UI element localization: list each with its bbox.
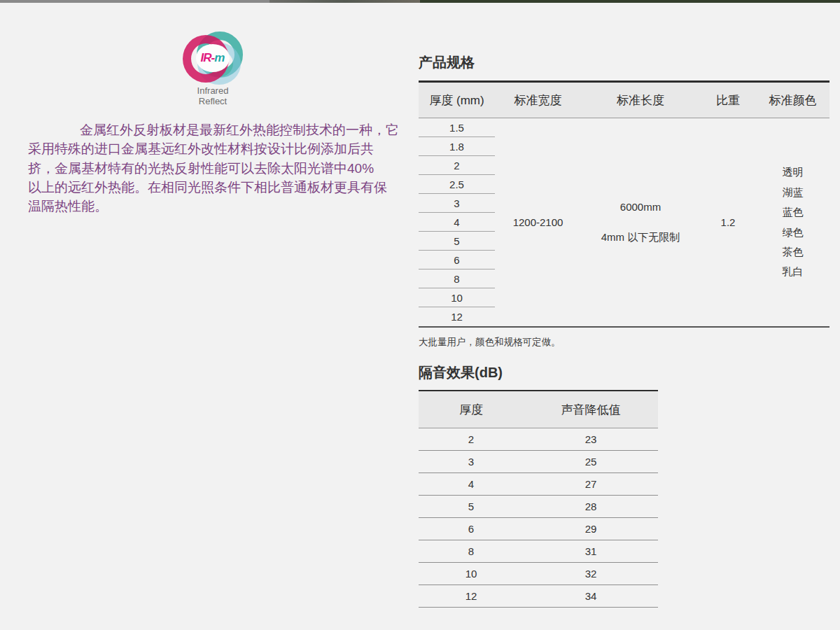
brand-logo: IR-m Infrared Reflect [180,31,246,106]
sound-table-row: 3 25 [419,451,658,473]
thickness-value: 6 [419,251,495,270]
sound-reduction: 23 [524,433,658,445]
top-strip-segment-right [420,0,840,3]
sound-reduction: 34 [524,590,658,602]
product-intro-paragraph: 金属红外反射板材是最新红外热能控制技术的一种，它 采用特殊的进口金属基远红外改性… [28,120,386,216]
specific-gravity-value: 1.2 [721,216,736,228]
thickness-value: 2 [419,156,495,175]
sound-table-row: 4 27 [419,473,658,496]
standard-width-cell: 1200-2100 [495,118,581,326]
sound-reduction: 27 [524,478,658,490]
sound-reduction: 32 [524,568,658,580]
sound-table-row: 5 28 [419,496,658,518]
standard-colors-cell: 透明 湖蓝 蓝色 绿色 茶色 乳白 [756,118,830,326]
sound-thickness: 5 [419,500,524,512]
sound-reduction: 28 [524,500,658,512]
spec-table-header: 厚度 (mm) 标准宽度 标准长度 比重 标准颜色 [419,80,830,118]
spec-col-length: 标准长度 [581,92,700,108]
intro-line: 采用特殊的进口金属基远红外改性材料按设计比例添加后共 [28,139,386,158]
sound-col-thickness: 厚度 [419,402,524,418]
sound-col-reduction: 声音降低值 [524,402,658,418]
intro-line: 挤，金属基材特有的光热反射性能可以去除太阳光谱中40% [28,159,386,178]
color-option: 绿色 [783,223,804,242]
spec-col-colors: 标准颜色 [756,92,830,108]
sound-table-row: 8 31 [419,540,658,563]
color-option: 茶色 [783,242,804,262]
thickness-value: 8 [419,270,495,288]
sound-table: 厚度 声音降低值 2 23 3 25 4 27 5 28 6 29 8 31 1… [419,390,658,608]
logo-subtitle: Infrared Reflect [180,86,246,106]
logo-text-ir: IR- [201,51,215,65]
sound-table-row: 12 34 [419,585,658,608]
standard-length-line1: 6000mm [620,201,661,213]
standard-width-value: 1200-2100 [513,216,564,228]
sound-thickness: 3 [419,456,524,468]
intro-line: 以上的远红外热能。在相同光照条件下相比普通板材更具有保 [28,178,386,197]
thickness-value: 1.8 [419,137,495,156]
spec-col-thickness: 厚度 (mm) [419,92,495,108]
sound-reduction: 29 [524,523,658,535]
standard-length-line2: 4mm 以下无限制 [601,231,680,244]
thickness-value: 4 [419,213,495,232]
sound-thickness: 10 [419,568,524,580]
spec-table-body: 1.5 1.8 2 2.5 3 4 5 6 8 10 12 1200-2100 … [419,118,830,328]
sound-thickness: 2 [419,433,524,445]
spec-section-title: 产品规格 [419,53,475,72]
color-option: 透明 [783,162,804,182]
sound-reduction: 31 [524,545,658,557]
logo-text-m: m [214,51,225,65]
thickness-value: 12 [419,307,495,326]
thickness-value: 1.5 [419,118,495,137]
sound-table-header: 厚度 声音降低值 [419,390,658,428]
spec-col-gravity: 比重 [700,92,756,108]
sound-reduction: 25 [524,456,658,468]
logo-wordmark: IR-m [196,44,230,72]
sound-thickness: 6 [419,523,524,535]
top-strip-segment-middle [270,0,420,3]
color-option: 蓝色 [783,202,804,222]
sound-thickness: 4 [419,478,524,490]
thickness-value: 2.5 [419,175,495,194]
sound-table-row: 2 23 [419,428,658,451]
sound-table-row: 6 29 [419,518,658,540]
intro-line: 金属红外反射板材是最新红外热能控制技术的一种，它 [28,120,386,139]
thickness-column: 1.5 1.8 2 2.5 3 4 5 6 8 10 12 [419,118,495,326]
color-option: 湖蓝 [783,183,804,202]
thickness-value: 10 [419,288,495,307]
color-option: 乳白 [783,262,804,281]
sound-table-row: 10 32 [419,563,658,585]
custom-order-note: 大批量用户，颜色和规格可定做。 [419,336,561,349]
standard-length-cell: 6000mm 4mm 以下无限制 [581,118,700,326]
intro-line: 温隔热性能。 [28,197,386,216]
thickness-value: 3 [419,194,495,213]
specific-gravity-cell: 1.2 [700,118,756,326]
spec-table: 厚度 (mm) 标准宽度 标准长度 比重 标准颜色 1.5 1.8 2 2.5 … [419,80,830,328]
sound-section-title: 隔音效果(dB) [419,363,503,382]
top-window-strip [0,0,840,3]
logo-subtitle-line2: Reflect [180,97,246,107]
top-strip-segment-left [0,0,270,3]
logo-swirl-icon: IR-m [183,31,243,85]
sound-thickness: 12 [419,590,524,602]
spec-col-width: 标准宽度 [495,92,581,108]
sound-thickness: 8 [419,545,524,557]
thickness-value: 5 [419,232,495,251]
logo-subtitle-line1: Infrared [180,86,246,97]
